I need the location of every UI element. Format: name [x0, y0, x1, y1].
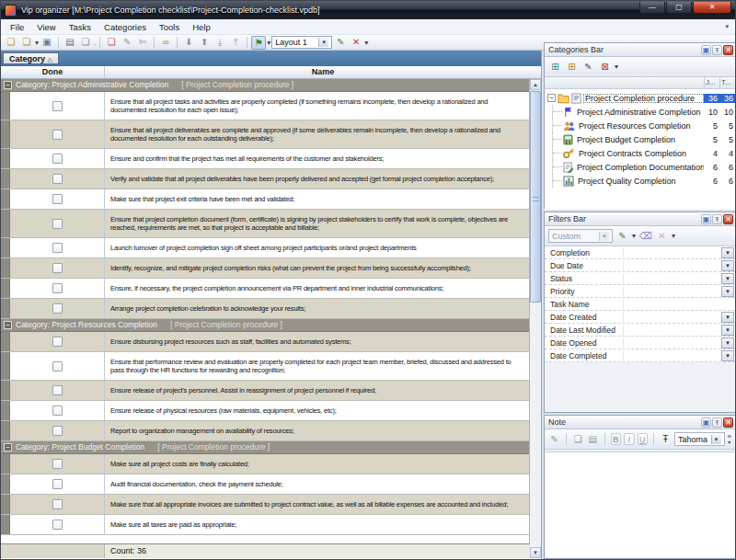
print-note-icon[interactable]: ▤	[587, 433, 599, 446]
move-down-icon[interactable]: ⬇	[181, 36, 196, 50]
scrollbar-thumb[interactable]	[530, 91, 541, 303]
print-icon[interactable]: ▤	[63, 36, 77, 50]
new-category-icon[interactable]: ⊞	[548, 61, 562, 74]
scroll-up-icon[interactable]: ▲	[530, 79, 541, 90]
task-row[interactable]: Ensure release of project's personnel. A…	[1, 381, 530, 401]
task-row[interactable]: Ensure that all project tasks and activi…	[1, 92, 530, 120]
task-row[interactable]: Ensure that all project deliverables are…	[1, 120, 530, 149]
delete-filter-icon[interactable]: ✕	[655, 230, 669, 243]
task-row[interactable]: Make sure all taxes are paid as appropri…	[1, 515, 530, 535]
layout-combo[interactable]: Layout 1 ▼	[271, 36, 332, 49]
done-checkbox[interactable]	[52, 243, 63, 253]
collapse-group-icon[interactable]: −	[4, 321, 12, 329]
print-preview-icon[interactable]: ❏	[78, 36, 93, 50]
minimize-button[interactable]: —	[639, 2, 665, 14]
task-name-cell[interactable]: Ensure and confirm that the project has …	[105, 149, 530, 168]
filters-maximize-icon[interactable]: ▣	[701, 214, 711, 224]
task-row[interactable]: Audit financial documentation, check the…	[1, 474, 530, 495]
task-name-cell[interactable]: Make sure that all appropriate invoices …	[105, 495, 530, 514]
delete-category-icon[interactable]: ⊠	[598, 61, 612, 74]
bold-button[interactable]: B	[611, 433, 622, 445]
categories-pin-icon[interactable]: Ŧ	[712, 45, 722, 55]
task-name-cell[interactable]: Arrange project completion celebration t…	[105, 299, 530, 318]
layout-combo-arrow-icon[interactable]: ▼	[318, 38, 328, 47]
filter-dropdown-icon[interactable]: ▼	[721, 286, 734, 297]
task-row[interactable]: Make sure that project exit criteria hav…	[1, 189, 530, 210]
filters-toolbar-overflow-icon[interactable]: ▾	[672, 229, 675, 243]
done-checkbox[interactable]	[52, 385, 63, 395]
save-icon[interactable]: ▣	[40, 36, 54, 50]
clear-filter-icon[interactable]: ⌫	[638, 230, 652, 243]
filter-dropdown-icon[interactable]: ▼	[721, 312, 734, 323]
category-group-row[interactable]: −Category: Project Administrative Comple…	[1, 79, 530, 92]
move-up-icon[interactable]: ⬆	[197, 36, 212, 50]
group-by-category-button[interactable]: Category △	[3, 52, 59, 64]
task-name-cell[interactable]: Make sure that project exit criteria hav…	[105, 189, 530, 209]
filter-dropdown-icon[interactable]: ▼	[721, 260, 734, 271]
categories-maximize-icon[interactable]: ▣	[701, 45, 711, 55]
task-row[interactable]: Ensure disbursing project resources such…	[1, 332, 530, 352]
delete-layout-icon[interactable]: ✕	[349, 36, 363, 50]
done-checkbox[interactable]	[52, 174, 63, 184]
task-row[interactable]: Launch turnover of project completion si…	[1, 238, 530, 258]
menu-tasks[interactable]: Tasks	[63, 20, 98, 34]
view-task-icon[interactable]: ∞	[158, 36, 173, 50]
task-row[interactable]: Make sure that all appropriate invoices …	[1, 495, 530, 515]
task-row[interactable]: Ensure that performance review and evalu…	[1, 352, 530, 381]
done-checkbox[interactable]	[52, 337, 63, 347]
task-row[interactable]: Verify and validate that all project del…	[1, 169, 530, 189]
filter-dropdown-icon[interactable]: ▼	[721, 337, 734, 349]
task-row[interactable]: Ensure, if necessary, the project comple…	[1, 279, 530, 299]
column-header-done[interactable]: Done	[1, 66, 105, 78]
insert-image-icon[interactable]: ❏	[572, 433, 584, 446]
note-close-icon[interactable]: ✕	[723, 417, 733, 428]
tree-category-item[interactable]: Project Quality Completion66	[545, 174, 735, 188]
done-checkbox[interactable]	[52, 361, 63, 371]
done-checkbox[interactable]	[52, 283, 63, 293]
menu-tools[interactable]: Tools	[153, 20, 186, 34]
maximize-button[interactable]: ▢	[666, 2, 692, 14]
done-checkbox[interactable]	[52, 426, 63, 436]
edit-task-icon[interactable]: ✎	[120, 36, 134, 50]
task-row[interactable]: Arrange project completion celebration t…	[1, 299, 530, 319]
new-record-dropdown-icon[interactable]: ▾	[35, 36, 39, 50]
done-checkbox[interactable]	[52, 406, 63, 416]
task-row[interactable]: Make sure all project costs are finally …	[1, 454, 530, 474]
save-note-icon[interactable]: ✎	[548, 433, 560, 446]
font-combo[interactable]: Tahoma ▼	[674, 432, 725, 446]
move-top-icon[interactable]: ⤒	[228, 36, 243, 50]
new-task-icon[interactable]: ❏	[104, 36, 119, 50]
categories-toolbar-overflow-icon[interactable]: ▾	[615, 60, 618, 74]
menu-view[interactable]: View	[30, 20, 62, 34]
move-bottom-icon[interactable]: ⤓	[213, 36, 227, 50]
filter-dropdown-icon[interactable]: ▼	[721, 273, 734, 284]
task-name-cell[interactable]: Verify and validate that all project del…	[105, 169, 530, 189]
task-name-cell[interactable]: Identify, recognize, and mitigate projec…	[105, 258, 530, 278]
edit-category-icon[interactable]: ✎	[581, 61, 595, 74]
collapse-group-icon[interactable]: −	[4, 81, 12, 89]
tree-root-item[interactable]: −Project Completion procedure3636	[545, 91, 735, 105]
done-checkbox[interactable]	[52, 263, 63, 273]
task-name-cell[interactable]: Ensure, if necessary, the project comple…	[105, 279, 530, 298]
tree-category-item[interactable]: Project Administrative Completion1010	[545, 105, 735, 119]
done-checkbox[interactable]	[52, 219, 63, 229]
underline-button[interactable]: U	[638, 433, 649, 445]
delete-task-icon[interactable]: ✄	[135, 36, 150, 50]
column-header-name[interactable]: Name	[105, 66, 541, 78]
task-name-cell[interactable]: Make sure all taxes are paid as appropri…	[105, 515, 530, 534]
apply-filter-dropdown-icon[interactable]: ▾	[632, 229, 636, 243]
new-note-icon[interactable]: ❏	[4, 36, 18, 50]
menu-categories[interactable]: Categories	[98, 20, 153, 34]
tree-category-item[interactable]: Project Resources Completion55	[545, 119, 735, 132]
tree-category-item[interactable]: Project Completion Documentation66	[545, 160, 735, 174]
task-row[interactable]: Ensure and confirm that the project has …	[1, 149, 530, 169]
scroll-down-icon[interactable]: ▼	[530, 547, 541, 558]
category-group-row[interactable]: −Category: Project Budget Completion[ Pr…	[1, 441, 530, 454]
filter-value-field[interactable]	[624, 259, 721, 271]
filter-value-field[interactable]	[624, 272, 721, 284]
tree-category-item[interactable]: Project Contracts Completion44	[545, 146, 735, 160]
task-name-cell[interactable]: Ensure release of physical resources (ra…	[105, 401, 530, 420]
note-maximize-icon[interactable]: ▣	[701, 417, 711, 428]
task-row[interactable]: Report to organization management on ava…	[1, 421, 530, 441]
menu-file[interactable]: File	[4, 20, 30, 34]
